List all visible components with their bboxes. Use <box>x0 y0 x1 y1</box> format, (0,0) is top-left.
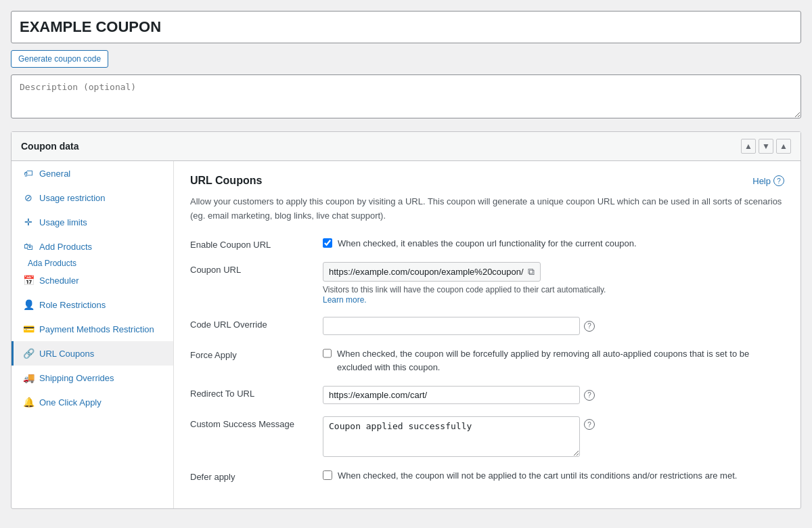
enable-coupon-url-row: Enable Coupon URL When checked, it enabl… <box>190 237 784 250</box>
sidebar-label-payment-methods: Payment Methods Restriction <box>39 324 154 334</box>
custom-success-message-input-wrap: Coupon applied successfully ? <box>323 416 784 457</box>
copy-icon[interactable]: ⧉ <box>528 266 535 278</box>
calendar-icon: 📅 <box>23 275 34 286</box>
bag-icon: 🛍 <box>23 241 34 252</box>
panel-down-button[interactable]: ▼ <box>759 139 773 154</box>
restriction-icon: ⊘ <box>23 192 34 203</box>
sidebar-item-general[interactable]: 🏷 General <box>12 161 173 185</box>
defer-apply-row: Defer apply When checked, the coupon wil… <box>190 469 784 483</box>
coupon-name-input[interactable] <box>11 11 801 43</box>
enable-coupon-url-label: Enable Coupon URL <box>190 237 312 250</box>
defer-apply-checkbox[interactable] <box>323 470 332 480</box>
sidebar-item-role-restrictions[interactable]: 👤 Role Restrictions <box>12 292 173 317</box>
tag-icon: 🏷 <box>23 168 34 179</box>
coupon-url-value: https://example.com/coupon/example%20cou… <box>329 267 524 277</box>
enable-coupon-url-checkbox[interactable] <box>323 238 332 248</box>
help-link[interactable]: Help ? <box>752 175 784 186</box>
force-apply-checkbox[interactable] <box>323 349 332 358</box>
coupon-url-label: Coupon URL <box>190 262 312 275</box>
sidebar-label-usage-restriction: Usage restriction <box>39 193 106 203</box>
code-url-override-row: Code URL Override ? <box>190 317 784 335</box>
section-description: Allow your customers to apply this coupo… <box>190 195 784 223</box>
custom-success-message-label: Custom Success Message <box>190 416 312 429</box>
code-url-override-help-icon: ? <box>584 321 595 332</box>
link-icon: 🔗 <box>23 348 34 359</box>
sidebar-label-shipping-overrides: Shipping Overrides <box>39 373 114 383</box>
enable-coupon-url-checkbox-label: When checked, it enables the coupon url … <box>338 237 637 250</box>
bell-icon: 🔔 <box>23 397 34 408</box>
panel-controls: ▲ ▼ ▲ <box>741 139 791 154</box>
force-apply-row: Force Apply When checked, the coupon wil… <box>190 347 784 374</box>
redirect-to-url-label: Redirect To URL <box>190 386 312 399</box>
sidebar-item-add-products[interactable]: 🛍 Add Products <box>12 234 173 259</box>
force-apply-label: Force Apply <box>190 347 312 360</box>
defer-apply-checkbox-row: When checked, the coupon will not be app… <box>323 469 784 483</box>
help-circle-icon: ? <box>773 175 784 186</box>
sidebar-label-one-click-apply: One Click Apply <box>39 397 102 408</box>
user-icon: 👤 <box>23 299 34 310</box>
sidebar-item-scheduler[interactable]: 📅 Scheduler <box>12 268 173 292</box>
coupon-data-panel: Coupon data ▲ ▼ ▲ 🏷 General ⊘ Usage rest… <box>11 131 801 509</box>
coupon-url-note: Visitors to this link will have the coup… <box>323 285 784 294</box>
learn-more-link[interactable]: Learn more. <box>323 295 367 305</box>
sidebar-item-usage-limits[interactable]: ✛ Usage limits <box>12 210 173 234</box>
force-apply-checkbox-label: When checked, the coupon will be forcefu… <box>337 347 784 374</box>
force-apply-control: When checked, the coupon will be forcefu… <box>323 347 784 374</box>
enable-coupon-url-control: When checked, it enables the coupon url … <box>323 237 784 250</box>
plus-icon: ✛ <box>23 217 34 227</box>
custom-success-message-row: Custom Success Message Coupon applied su… <box>190 416 784 457</box>
force-apply-checkbox-row: When checked, the coupon will be forcefu… <box>323 347 784 374</box>
custom-success-help-icon: ? <box>584 419 595 430</box>
code-url-override-label: Code URL Override <box>190 317 312 330</box>
redirect-to-url-row: Redirect To URL ? <box>190 386 784 404</box>
section-title: URL Coupons <box>190 175 262 187</box>
sidebar-label-add-products: Add Products <box>39 242 92 252</box>
code-url-override-control: ? <box>323 317 784 335</box>
defer-apply-checkbox-label: When checked, the coupon will not be app… <box>338 469 737 483</box>
sidebar-label-role-restrictions: Role Restrictions <box>39 300 106 310</box>
defer-apply-control: When checked, the coupon will not be app… <box>323 469 784 483</box>
coupon-url-row: Coupon URL https://example.com/coupon/ex… <box>190 262 784 305</box>
panel-header: Coupon data ▲ ▼ ▲ <box>12 132 800 161</box>
enable-coupon-url-checkbox-row: When checked, it enables the coupon url … <box>323 237 784 250</box>
coupon-url-control: https://example.com/coupon/example%20cou… <box>323 262 784 305</box>
sidebar-item-one-click-apply[interactable]: 🔔 One Click Apply <box>12 390 173 414</box>
coupon-url-wrapper: https://example.com/coupon/example%20cou… <box>323 262 784 282</box>
panel-up-button[interactable]: ▲ <box>741 139 756 154</box>
redirect-to-url-control: ? <box>323 386 784 404</box>
panel-title: Coupon data <box>21 141 79 152</box>
help-label: Help <box>752 176 771 186</box>
sidebar-item-shipping-overrides[interactable]: 🚚 Shipping Overrides <box>12 366 173 390</box>
sidebar-label-url-coupons: URL Coupons <box>39 349 94 359</box>
sidebar-label-general: General <box>39 169 70 179</box>
content-area: URL Coupons Help ? Allow your customers … <box>174 161 800 508</box>
sidebar-label-scheduler: Scheduler <box>39 276 79 286</box>
custom-success-message-input[interactable]: Coupon applied successfully <box>323 416 580 457</box>
creditcard-icon: 💳 <box>23 324 34 334</box>
sidebar-item-usage-restriction[interactable]: ⊘ Usage restriction <box>12 185 173 210</box>
code-url-override-input-wrap: ? <box>323 317 784 335</box>
custom-success-message-control: Coupon applied successfully ? <box>323 416 784 457</box>
sidebar-item-payment-methods[interactable]: 💳 Payment Methods Restriction <box>12 317 173 341</box>
sidebar: 🏷 General ⊘ Usage restriction ✛ Usage li… <box>12 161 174 508</box>
redirect-url-help-icon: ? <box>584 390 595 401</box>
code-url-override-input[interactable] <box>323 317 580 335</box>
sidebar-item-url-coupons[interactable]: 🔗 URL Coupons <box>12 341 173 366</box>
coupon-url-display: https://example.com/coupon/example%20cou… <box>323 262 541 282</box>
panel-collapse-button[interactable]: ▲ <box>776 139 791 154</box>
generate-coupon-code-button[interactable]: Generate coupon code <box>11 50 108 68</box>
panel-body: 🏷 General ⊘ Usage restriction ✛ Usage li… <box>12 161 800 508</box>
defer-apply-label: Defer apply <box>190 469 312 482</box>
content-header: URL Coupons Help ? <box>190 175 784 187</box>
description-textarea[interactable] <box>11 74 801 118</box>
redirect-to-url-input[interactable] <box>323 386 580 404</box>
redirect-to-url-input-wrap: ? <box>323 386 784 404</box>
sidebar-label-usage-limits: Usage limits <box>39 217 87 227</box>
ada-products-sub[interactable]: Ada Products <box>12 259 173 268</box>
truck-icon: 🚚 <box>23 372 34 383</box>
